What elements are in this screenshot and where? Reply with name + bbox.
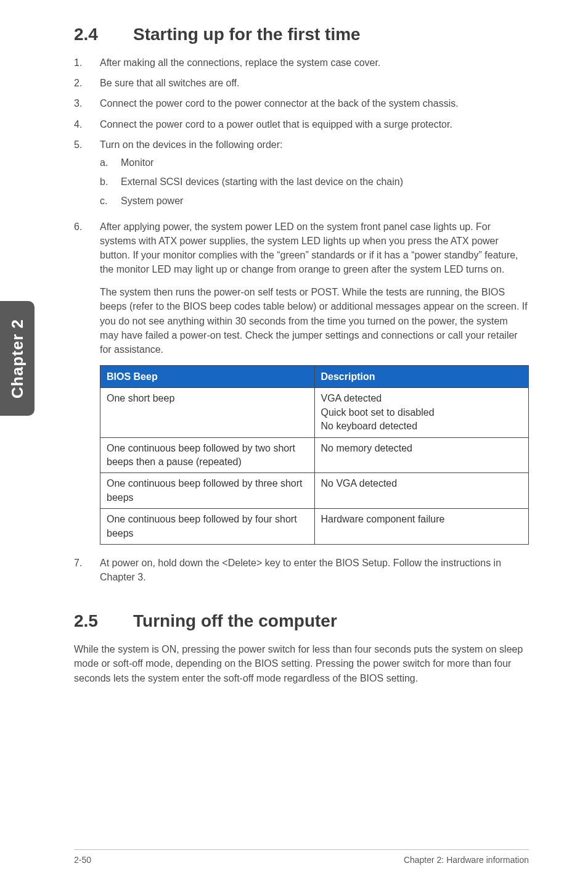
step6-paragraph-b: The system then runs the power-on self t… xyxy=(100,285,529,357)
footer-divider xyxy=(74,849,529,850)
list-item: 1. After making all the connections, rep… xyxy=(74,56,529,70)
list-item: 5. Turn on the devices in the following … xyxy=(74,138,529,213)
list-item: 7. At power on, hold down the <Delete> k… xyxy=(74,556,529,584)
sublist-text: Monitor xyxy=(121,155,153,170)
chapter-side-tab-label: Chapter 2 xyxy=(8,319,27,398)
section-2-5-heading: 2.5Turning off the computer xyxy=(74,611,529,631)
table-cell: One continuous beep followed by three sh… xyxy=(100,473,315,509)
table-cell: One continuous beep followed by four sho… xyxy=(100,509,315,545)
list-item-number: 1. xyxy=(74,56,100,70)
list-item: b. External SCSI devices (starting with … xyxy=(100,175,529,189)
table-row: One short beep VGA detected Quick boot s… xyxy=(100,388,529,437)
ordered-steps: 1. After making all the connections, rep… xyxy=(74,56,529,584)
section-2-4-title: Starting up for the first time xyxy=(133,25,361,44)
table-cell: One short beep xyxy=(100,388,315,437)
table-cell: VGA detected Quick boot set to disabled … xyxy=(314,388,529,437)
bios-beep-table: BIOS Beep Description One short beep VGA… xyxy=(100,365,529,545)
sublist-letter: a. xyxy=(100,155,121,170)
list-item-text: Turn on the devices in the following ord… xyxy=(100,138,529,213)
table-cell: No VGA detected xyxy=(314,473,529,509)
list-item: 3. Connect the power cord to the power c… xyxy=(74,96,529,110)
page-number: 2-50 xyxy=(74,855,91,865)
list-item-text: Connect the power cord to the power conn… xyxy=(100,96,529,110)
sublist-letter: c. xyxy=(100,194,121,208)
table-header-description: Description xyxy=(314,366,529,388)
list-item-number: 4. xyxy=(74,117,100,131)
sub-ordered-steps: a. Monitor b. External SCSI devices (sta… xyxy=(100,155,529,208)
list-item-text-inner: Turn on the devices in the following ord… xyxy=(100,139,282,150)
list-item-text: Be sure that all switches are off. xyxy=(100,76,529,90)
sublist-text: System power xyxy=(121,194,183,208)
list-item: 4. Connect the power cord to a power out… xyxy=(74,117,529,131)
section-2-5-body: While the system is ON, pressing the pow… xyxy=(74,642,529,685)
step6-paragraph-a: After applying power, the system power L… xyxy=(100,220,529,277)
page-content: 2.4Starting up for the first time 1. Aft… xyxy=(0,0,588,685)
table-row: One continuous beep followed by two shor… xyxy=(100,437,529,473)
list-item: c. System power xyxy=(100,194,529,208)
list-item-number: 5. xyxy=(74,138,100,213)
table-cell: Hardware component failure xyxy=(314,509,529,545)
list-item-text: After applying power, the system power L… xyxy=(100,220,529,550)
list-item: a. Monitor xyxy=(100,155,529,170)
section-2-4-heading: 2.4Starting up for the first time xyxy=(74,25,529,44)
chapter-side-tab: Chapter 2 xyxy=(0,301,35,416)
section-2-5: 2.5Turning off the computer While the sy… xyxy=(74,611,529,685)
footer-chapter-label: Chapter 2: Hardware information xyxy=(404,855,529,865)
sublist-letter: b. xyxy=(100,175,121,189)
table-cell: No memory detected xyxy=(314,437,529,473)
list-item-number: 7. xyxy=(74,556,100,584)
section-2-5-number: 2.5 xyxy=(74,611,133,631)
page-footer: 2-50 Chapter 2: Hardware information xyxy=(74,849,529,865)
table-row: One continuous beep followed by four sho… xyxy=(100,509,529,545)
table-row: One continuous beep followed by three sh… xyxy=(100,473,529,509)
section-2-5-title: Turning off the computer xyxy=(133,611,337,630)
list-item-text: After making all the connections, replac… xyxy=(100,56,529,70)
list-item-text: At power on, hold down the <Delete> key … xyxy=(100,556,529,584)
list-item: 6. After applying power, the system powe… xyxy=(74,220,529,550)
list-item-number: 3. xyxy=(74,96,100,110)
list-item: 2. Be sure that all switches are off. xyxy=(74,76,529,90)
footer-row: 2-50 Chapter 2: Hardware information xyxy=(74,855,529,865)
section-2-4-number: 2.4 xyxy=(74,25,133,44)
table-header-beep: BIOS Beep xyxy=(100,366,315,388)
table-cell: One continuous beep followed by two shor… xyxy=(100,437,315,473)
sublist-text: External SCSI devices (starting with the… xyxy=(121,175,403,189)
list-item-number: 6. xyxy=(74,220,100,550)
list-item-text: Connect the power cord to a power outlet… xyxy=(100,117,529,131)
list-item-number: 2. xyxy=(74,76,100,90)
